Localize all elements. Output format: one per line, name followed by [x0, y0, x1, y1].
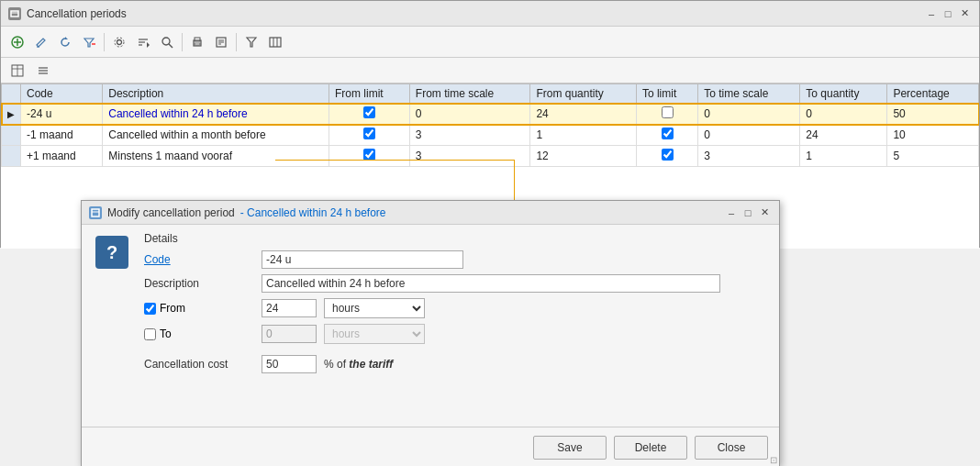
cell-from-quantity: 12 [530, 146, 637, 167]
svg-point-10 [115, 38, 124, 47]
main-window-title: Cancellation periods [27, 7, 127, 20]
from-label: From [144, 302, 254, 315]
description-input[interactable] [262, 274, 720, 293]
cell-to-time-scale: 0 [698, 125, 800, 146]
col-from-time-scale[interactable]: From time scale [409, 84, 530, 104]
filter-active-button[interactable] [78, 31, 100, 53]
col-percentage[interactable]: Percentage [887, 84, 979, 104]
save-button[interactable]: Save [533, 436, 607, 460]
cell-code: -24 u [21, 104, 103, 125]
maximize-button[interactable]: □ [941, 6, 955, 21]
col-to-quantity[interactable]: To quantity [800, 84, 887, 104]
svg-rect-19 [195, 43, 200, 45]
columns-button[interactable] [264, 31, 286, 53]
to-unit-select[interactable]: hours days weeks months [324, 324, 425, 344]
svg-marker-6 [65, 37, 68, 39]
cell-to-limit[interactable] [636, 146, 697, 167]
code-row: Code [144, 250, 772, 269]
from-value-input[interactable] [262, 299, 317, 317]
dialog-close-button[interactable]: ✕ [757, 205, 772, 220]
table-row[interactable]: -1 maandCancelled within a month before3… [2, 125, 979, 146]
dialog-title: Modify cancellation period [107, 206, 235, 219]
to-value-input[interactable] [262, 325, 317, 343]
from-unit-select[interactable]: hours days weeks months [324, 298, 425, 318]
cell-to-limit[interactable] [636, 104, 697, 125]
cell-percentage: 5 [887, 146, 979, 167]
col-description[interactable]: Description [103, 84, 329, 104]
code-label[interactable]: Code [144, 253, 254, 266]
refresh-button[interactable] [54, 31, 76, 53]
to-label-text: To [160, 327, 172, 340]
svg-marker-24 [247, 38, 256, 47]
cell-code: +1 maand [21, 146, 103, 167]
svg-marker-7 [84, 39, 94, 47]
svg-rect-34 [92, 209, 99, 216]
to-checkbox[interactable] [144, 328, 156, 340]
cell-from-limit[interactable] [329, 104, 409, 125]
svg-rect-0 [11, 11, 18, 17]
from-row: From hours days weeks months [144, 298, 772, 318]
col-indicator [2, 84, 21, 104]
from-label-text: From [160, 302, 185, 315]
question-icon: ? [95, 236, 128, 269]
delete-button[interactable]: Delete [614, 436, 687, 460]
cell-to-limit[interactable] [636, 125, 697, 146]
filter-button[interactable] [240, 31, 262, 53]
col-from-quantity[interactable]: From quantity [530, 84, 637, 104]
dialog-subtitle: - Cancelled within 24 h before [240, 206, 386, 219]
cell-description: Minstens 1 maand vooraf [103, 146, 329, 167]
table-view-button[interactable] [6, 60, 28, 82]
col-to-limit[interactable]: To limit [636, 84, 697, 104]
resize-handle[interactable]: ⊡ [768, 454, 779, 465]
edit-button[interactable] [30, 31, 52, 53]
sort-button[interactable] [132, 31, 154, 53]
cancellation-cost-input[interactable] [262, 355, 317, 373]
add-button[interactable] [6, 31, 28, 53]
dialog-window-icon [89, 206, 102, 219]
details-label: Details [144, 232, 772, 245]
to-row: To hours days weeks months [144, 324, 772, 344]
svg-point-9 [117, 39, 122, 44]
row-indicator: ▶ [2, 104, 21, 125]
row-indicator [2, 125, 21, 146]
dialog-content: ? Details Code Description From [82, 225, 779, 427]
cell-from-limit[interactable] [329, 125, 409, 146]
table-row[interactable]: +1 maandMinstens 1 maand vooraf312315 [2, 146, 979, 167]
print-button[interactable] [186, 31, 208, 53]
settings-button[interactable] [108, 31, 130, 53]
sub-toolbar [1, 58, 979, 83]
toolbar-sep-3 [236, 33, 237, 51]
col-code[interactable]: Code [21, 84, 103, 104]
svg-rect-25 [270, 38, 281, 47]
list-view-button[interactable] [32, 60, 54, 82]
minimize-button[interactable]: – [924, 6, 939, 21]
dialog-icon-area: ? [89, 232, 135, 419]
table-row[interactable]: ▶-24 uCancelled within 24 h before024005… [2, 104, 979, 125]
svg-marker-14 [147, 42, 150, 48]
dialog-window: Modify cancellation period - Cancelled w… [81, 200, 780, 466]
cell-from-time-scale: 3 [409, 146, 530, 167]
from-checkbox[interactable] [144, 303, 156, 315]
cell-to-quantity: 1 [800, 146, 887, 167]
dialog-minimize-button[interactable]: – [724, 205, 739, 220]
dialog-maximize-button[interactable]: □ [741, 205, 755, 220]
to-label: To [144, 327, 254, 340]
description-row: Description [144, 274, 772, 293]
search-button[interactable] [156, 31, 178, 53]
cell-to-time-scale: 3 [698, 146, 800, 167]
cell-percentage: 10 [887, 125, 979, 146]
cell-from-limit[interactable] [329, 146, 409, 167]
cell-from-time-scale: 0 [409, 104, 530, 125]
cell-from-time-scale: 3 [409, 125, 530, 146]
print2-button[interactable] [210, 31, 232, 53]
close-main-button[interactable]: ✕ [957, 6, 972, 21]
close-button[interactable]: Close [695, 436, 768, 460]
row-indicator [2, 146, 21, 167]
code-input[interactable] [262, 250, 463, 269]
toolbar-sep-2 [182, 33, 183, 51]
toolbar-sep-1 [104, 33, 105, 51]
description-label: Description [144, 277, 254, 290]
col-from-limit[interactable]: From limit [329, 84, 409, 104]
svg-point-15 [162, 38, 170, 45]
col-to-time-scale[interactable]: To time scale [698, 84, 800, 104]
